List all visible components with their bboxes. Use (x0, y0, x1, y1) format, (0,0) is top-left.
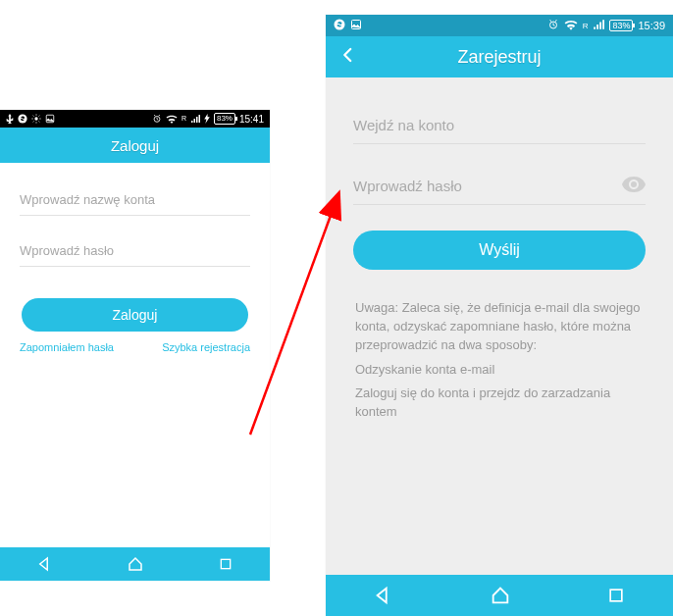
header: Zarejestruj (326, 36, 673, 77)
register-form: Wyślij Uwaga: Zaleca się, że definicja e… (326, 77, 673, 422)
note-line-2: Odzyskanie konta e-mail (355, 361, 644, 380)
back-button[interactable] (339, 46, 357, 69)
status-time: 15:41 (239, 114, 264, 125)
nav-home-icon[interactable] (490, 585, 511, 606)
note-line-1: Uwaga: Zaleca się, że definicja e-mail d… (355, 299, 644, 355)
alarm-icon (152, 114, 162, 124)
note-line-3: Zaloguj się do konta i przejdz do zarzad… (355, 385, 644, 422)
signal-roaming-icon: R (181, 115, 186, 123)
svg-rect-16 (610, 590, 622, 601)
nav-recent-icon[interactable] (606, 586, 626, 605)
password-input[interactable] (353, 168, 622, 204)
nav-home-icon[interactable] (127, 555, 144, 573)
signal-roaming-icon: R (583, 22, 589, 30)
login-screen: R 83% 15:41 Zaloguj Zaloguj Zapomniałem … (0, 110, 270, 581)
bolt-icon (204, 114, 210, 124)
page-title: Zarejestruj (326, 47, 673, 68)
svg-line-7 (39, 122, 40, 123)
brightness-icon (31, 114, 41, 124)
signal-icon (593, 19, 604, 32)
page-title: Zaloguj (111, 137, 159, 154)
status-time: 15:39 (638, 20, 665, 31)
wifi-icon (564, 19, 578, 32)
battery-badge: 83% (609, 20, 633, 31)
status-bar: R 83% 15:39 (326, 15, 673, 36)
signal-icon (190, 114, 200, 124)
status-bar: R 83% 15:41 (0, 110, 270, 128)
svg-line-6 (33, 116, 34, 117)
svg-line-8 (33, 122, 34, 123)
nav-back-icon[interactable] (373, 585, 394, 606)
picture-icon (350, 19, 362, 32)
wifi-icon (166, 114, 178, 124)
skype-icon (334, 19, 345, 32)
usb-icon (6, 114, 14, 124)
login-form: Zaloguj Zapomniałem hasła Szybka rejestr… (0, 163, 270, 353)
picture-icon (45, 114, 55, 124)
header: Zaloguj (0, 128, 270, 163)
svg-line-9 (39, 116, 40, 117)
nav-recent-icon[interactable] (218, 556, 233, 572)
account-input[interactable] (353, 107, 646, 143)
skype-icon (18, 114, 27, 124)
note-text: Uwaga: Zaleca się, że definicja e-mail d… (353, 299, 646, 422)
login-button[interactable]: Zaloguj (22, 298, 248, 332)
alarm-icon (547, 19, 559, 32)
account-input[interactable] (20, 184, 250, 216)
eye-icon[interactable] (622, 176, 646, 197)
submit-button[interactable]: Wyślij (353, 231, 646, 270)
android-nav-bar (0, 547, 270, 581)
password-input[interactable] (20, 235, 250, 267)
svg-rect-12 (221, 559, 230, 568)
android-nav-bar (326, 575, 673, 616)
quick-register-link[interactable]: Szybka rejestracja (162, 341, 250, 353)
nav-back-icon[interactable] (36, 555, 54, 573)
register-screen: R 83% 15:39 Zarejestruj Wyślij Uwaga: Za… (326, 15, 673, 616)
forgot-password-link[interactable]: Zapomniałem hasła (20, 341, 114, 353)
svg-point-1 (34, 117, 37, 120)
battery-badge: 83% (214, 113, 235, 125)
